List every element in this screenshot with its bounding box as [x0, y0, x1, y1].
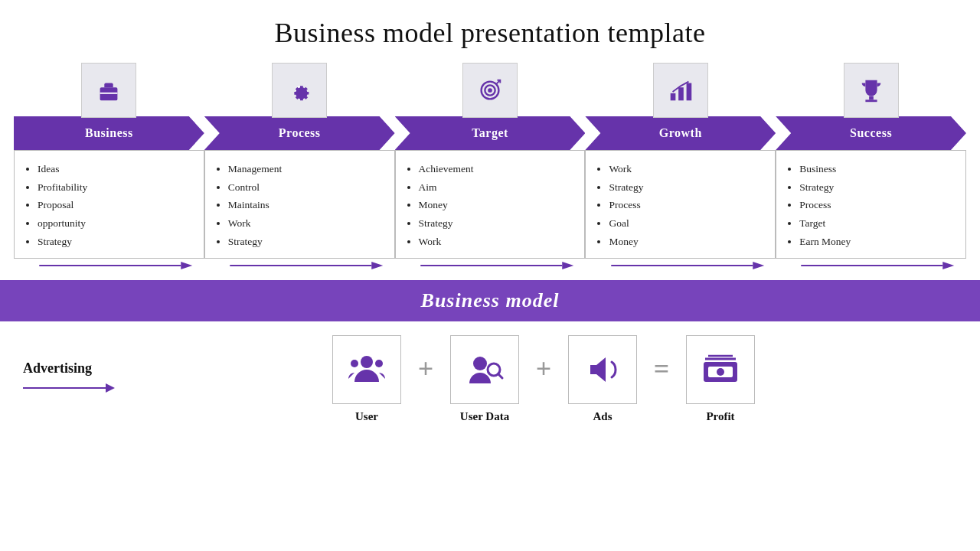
- chart-icon: [653, 63, 708, 118]
- content-box-growth: WorkStrategyProcessGoalMoney: [585, 150, 776, 259]
- svg-point-31: [717, 368, 724, 376]
- bottom-item-user-data: User Data: [450, 335, 519, 423]
- megaphone-icon: [568, 335, 637, 404]
- operator: +: [409, 353, 443, 406]
- list-item: Profitability: [38, 178, 196, 197]
- content-box-process: ManagementControlMaintainsWorkStrategy: [204, 150, 395, 259]
- svg-rect-18: [865, 99, 877, 102]
- arrow-banner-success: Success: [776, 116, 966, 150]
- list-item: Target: [799, 214, 958, 233]
- arrow-banner-business: Business: [14, 116, 204, 150]
- middle-banner-text: Business model: [421, 289, 560, 312]
- arrow-tail-business: [14, 260, 204, 271]
- svg-marker-22: [106, 383, 115, 393]
- arrow-tail-success: [776, 260, 966, 271]
- arrow-label-growth: Growth: [659, 126, 702, 140]
- arrow-banner-target: Target: [395, 116, 586, 150]
- arrow-item-growth: GrowthWorkStrategyProcessGoalMoney: [585, 63, 776, 271]
- svg-rect-17: [869, 96, 874, 100]
- bottom-label-user: User: [355, 410, 378, 423]
- list-item: Money: [419, 196, 577, 214]
- users-icon: [332, 335, 401, 404]
- gear-icon: [272, 63, 327, 118]
- list-item: Work: [228, 214, 387, 233]
- svg-point-8: [488, 88, 492, 93]
- arrow-label-target: Target: [472, 126, 508, 140]
- list-item: Process: [609, 196, 767, 214]
- svg-marker-16: [753, 262, 764, 269]
- target-icon: [462, 63, 518, 118]
- arrow-item-success: SuccessBusinessStrategyProcessTargetEarn…: [776, 63, 966, 271]
- arrow-banner-process: Process: [204, 116, 395, 150]
- money-icon: [686, 335, 755, 404]
- advertising-arrow: [23, 381, 115, 398]
- arrow-item-business: BusinessIdeasProfitabilityProposalopport…: [14, 63, 204, 271]
- list-item: Ideas: [38, 160, 196, 178]
- search-users-icon: [450, 335, 519, 404]
- arrow-item-target: TargetAchievementAimMoneyStrategyWork: [395, 63, 586, 271]
- svg-rect-12: [670, 93, 675, 101]
- svg-marker-11: [562, 262, 573, 269]
- list-item: Control: [228, 178, 387, 197]
- list-item: Strategy: [799, 178, 958, 197]
- list-item: Proposal: [38, 196, 196, 214]
- briefcase-icon: [81, 63, 136, 118]
- arrow-label-business: Business: [85, 126, 133, 140]
- content-box-business: IdeasProfitabilityProposalopportunityStr…: [14, 150, 204, 259]
- bottom-item-user: User: [332, 335, 401, 423]
- svg-point-25: [351, 360, 358, 367]
- advertising-text: Advertising: [23, 360, 92, 377]
- bottom-item-profit: Profit: [686, 335, 755, 423]
- arrow-tail-process: [204, 260, 395, 271]
- svg-line-28: [498, 374, 503, 379]
- arrow-tail-growth: [585, 260, 776, 271]
- list-item: Achievement: [419, 160, 577, 178]
- arrow-tail-target: [395, 260, 586, 271]
- arrow-label-success: Success: [850, 126, 892, 140]
- svg-point-24: [375, 360, 383, 367]
- list-item: Strategy: [38, 233, 196, 251]
- svg-marker-3: [181, 262, 193, 269]
- list-item: Strategy: [419, 214, 577, 233]
- operator: =: [645, 353, 678, 406]
- content-box-target: AchievementAimMoneyStrategyWork: [395, 150, 586, 259]
- list-item: Management: [228, 160, 387, 178]
- arrow-flow: BusinessIdeasProfitabilityProposalopport…: [0, 63, 980, 271]
- list-item: Work: [419, 233, 577, 251]
- list-item: Money: [609, 233, 767, 251]
- arrow-banner-growth: Growth: [585, 116, 776, 150]
- list-item: Business: [799, 160, 958, 178]
- list-item: Maintains: [228, 196, 387, 214]
- bottom-label-profit: Profit: [706, 410, 734, 423]
- svg-point-26: [473, 357, 487, 370]
- bottom-items: User+ User Data+ Ads= Profit: [130, 335, 957, 423]
- svg-marker-20: [943, 262, 955, 269]
- bottom-section: Advertising User+ User Data+ Ads=: [0, 321, 980, 423]
- list-item: Work: [609, 160, 767, 178]
- list-item: Aim: [419, 178, 577, 197]
- advertising-label: Advertising: [23, 360, 115, 398]
- list-item: Strategy: [609, 178, 767, 197]
- arrow-item-process: ProcessManagementControlMaintainsWorkStr…: [204, 63, 395, 271]
- list-item: Strategy: [228, 233, 387, 251]
- operator: +: [527, 353, 560, 406]
- list-item: Process: [799, 196, 958, 214]
- svg-rect-14: [686, 83, 691, 101]
- list-item: Earn Money: [799, 233, 958, 251]
- bottom-item-ads: Ads: [568, 335, 637, 423]
- content-box-success: BusinessStrategyProcessTargetEarn Money: [776, 150, 966, 259]
- page-title: Business model presentation template: [0, 0, 980, 63]
- bottom-label-ads: Ads: [593, 410, 612, 423]
- bottom-label-user-data: User Data: [460, 410, 509, 423]
- list-item: Goal: [609, 214, 767, 233]
- svg-point-23: [361, 356, 373, 368]
- list-item: opportunity: [38, 214, 196, 233]
- arrow-label-process: Process: [279, 126, 321, 140]
- svg-rect-13: [678, 87, 684, 100]
- middle-banner: Business model: [0, 280, 980, 321]
- trophy-icon: [844, 63, 899, 118]
- svg-marker-5: [371, 262, 383, 269]
